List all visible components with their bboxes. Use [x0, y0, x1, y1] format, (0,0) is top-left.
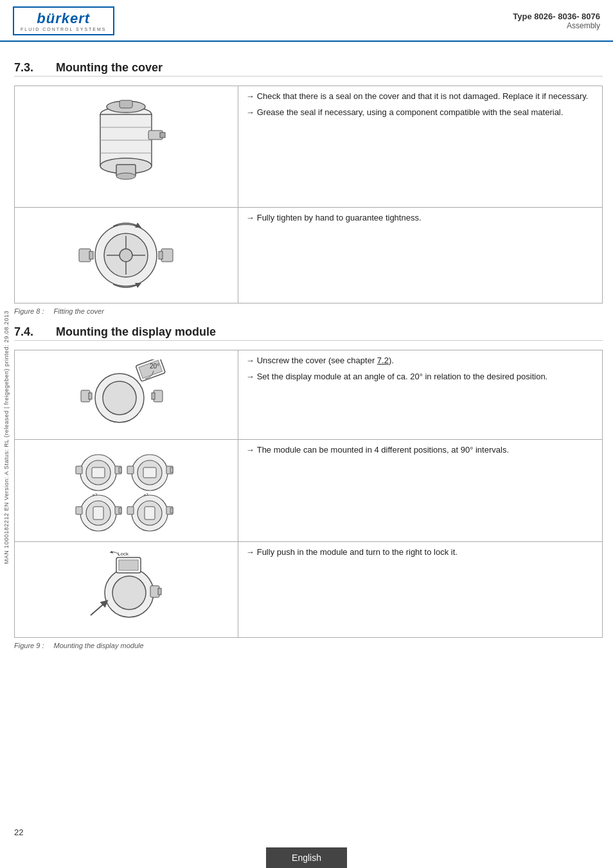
svg-rect-26 [152, 393, 155, 399]
arrow-icon: → [246, 372, 254, 381]
svg-point-8 [116, 173, 136, 179]
instruction-text: Unscrew the cover (see chapter 7.2). [257, 356, 394, 365]
header-right: Type 8026- 8036- 8076 Assembly [513, 12, 600, 30]
table-row: Lock [15, 542, 603, 638]
page-number: 22 [14, 827, 23, 837]
instruction-text: Set the display module at an angle of ca… [257, 372, 548, 381]
instruction-item: → Unscrew the cover (see chapter 7.2). [246, 356, 594, 365]
svg-rect-56 [127, 507, 134, 514]
arrow-icon: → [246, 356, 254, 365]
svg-rect-34 [119, 467, 121, 473]
display-module-illustration-1: 20° [78, 359, 174, 430]
text-cell-7-3-2: → Fully tighten by hand to guarantee tig… [238, 208, 602, 303]
svg-rect-41 [170, 467, 173, 473]
arrow-icon: → [246, 213, 254, 222]
section-7-3-table: → Check that there is a seal on the cove… [14, 86, 603, 303]
arrow-icon: → [246, 547, 254, 557]
cover-illustration-1 [84, 95, 168, 198]
svg-rect-6 [160, 132, 165, 138]
svg-rect-61 [119, 560, 138, 570]
svg-point-22 [103, 381, 136, 415]
svg-rect-42 [127, 466, 134, 474]
figure-cell-7-4-3: Lock [15, 542, 238, 638]
text-cell-7-4-2: → The module can be mounted in 4 differe… [238, 440, 602, 542]
text-cell-7-4-3: → Fully push in the module and turn to t… [238, 542, 602, 638]
figure-8-caption: Figure 8 : Fitting the cover [14, 307, 603, 315]
language-tab: English [266, 847, 347, 868]
figure-cell-7-4-2: a) c) [15, 440, 238, 542]
logo-box: bürkert FLUID CONTROL SYSTEMS [13, 6, 114, 35]
instruction-item: → Set the display module at an angle of … [246, 372, 594, 381]
svg-point-59 [112, 576, 146, 610]
arrow-icon: → [246, 445, 254, 455]
section-7-4-number: 7.4. [14, 325, 53, 339]
text-cell-7-4-1: → Unscrew the cover (see chapter 7.2). →… [238, 350, 602, 440]
assembly-label: Assembly [513, 21, 600, 30]
instruction-item: → Fully push in the module and turn to t… [246, 547, 594, 557]
instruction-text: Fully tighten by hand to guarantee tight… [257, 213, 422, 222]
type-label: Type 8026- 8036- 8076 [513, 12, 600, 21]
svg-rect-18 [89, 251, 93, 259]
display-module-illustration-2: a) c) [75, 449, 177, 532]
section-7-4-title: Mounting the display module [56, 325, 216, 338]
section-7-4-heading: 7.4. Mounting the display module [14, 325, 603, 341]
arrow-icon: → [246, 91, 254, 101]
page-header: bürkert FLUID CONTROL SYSTEMS Type 8026-… [0, 0, 613, 42]
svg-rect-19 [161, 249, 173, 262]
cover-illustration-2 [78, 217, 174, 294]
section-7-4-table: 20° → Unscrew the cover (see chapter 7.2… [14, 350, 603, 638]
svg-rect-64 [158, 588, 161, 595]
logo-main: bürkert [37, 10, 90, 27]
figure-cell-7-4-1: 20° [15, 350, 238, 440]
svg-rect-48 [119, 508, 121, 513]
svg-rect-49 [76, 507, 82, 514]
svg-text:20°: 20° [150, 363, 159, 370]
svg-rect-24 [89, 393, 92, 399]
svg-rect-20 [159, 251, 163, 259]
text-cell-7-3-1: → Check that there is a seal on the cove… [238, 86, 602, 208]
instruction-item: → Fully tighten by hand to guarantee tig… [246, 213, 594, 222]
logo-sub: FLUID CONTROL SYSTEMS [21, 27, 107, 32]
instruction-text: Grease the seal if necessary, using a co… [257, 107, 564, 117]
chapter-link[interactable]: 7.2 [377, 356, 389, 365]
svg-rect-4 [120, 100, 132, 108]
sidebar-label: MAN 1000182212 EN Version: A Status: RL … [0, 51, 13, 823]
arrow-icon: → [246, 107, 254, 117]
table-row: 20° → Unscrew the cover (see chapter 7.2… [15, 350, 603, 440]
svg-rect-17 [79, 249, 91, 262]
svg-rect-46 [93, 507, 103, 520]
section-7-3-number: 7.3. [14, 61, 53, 75]
svg-rect-53 [145, 507, 155, 520]
svg-rect-39 [143, 467, 156, 478]
main-content: 7.3. Mounting the cover [14, 42, 603, 649]
figure-9-caption: Figure 9 : Mounting the display module [14, 642, 603, 649]
table-row: → Check that there is a seal on the cove… [15, 86, 603, 208]
instruction-item: → Grease the seal if necessary, using a … [246, 107, 594, 117]
table-row: a) c) [15, 440, 603, 542]
instruction-item: → Check that there is a seal on the cove… [246, 91, 594, 101]
logo-area: bürkert FLUID CONTROL SYSTEMS [13, 6, 114, 35]
figure-cell-7-3-2 [15, 208, 238, 303]
svg-point-16 [120, 249, 132, 262]
table-row: → Fully tighten by hand to guarantee tig… [15, 208, 603, 303]
svg-text:Lock: Lock [118, 551, 129, 557]
instruction-text: Check that there is a seal on the cover … [257, 91, 589, 101]
section-7-3-title: Mounting the cover [56, 61, 163, 74]
svg-rect-55 [170, 508, 173, 513]
display-module-illustration-3: Lock [81, 551, 171, 628]
svg-rect-32 [92, 467, 105, 478]
svg-rect-35 [76, 466, 82, 474]
instruction-text: The module can be mounted in 4 different… [257, 445, 509, 455]
instruction-text: Fully push in the module and turn to the… [257, 547, 458, 557]
instruction-item: → The module can be mounted in 4 differe… [246, 445, 594, 455]
language-label: English [292, 853, 321, 863]
figure-cell-7-3-1 [15, 86, 238, 208]
section-7-3-heading: 7.3. Mounting the cover [14, 61, 603, 77]
